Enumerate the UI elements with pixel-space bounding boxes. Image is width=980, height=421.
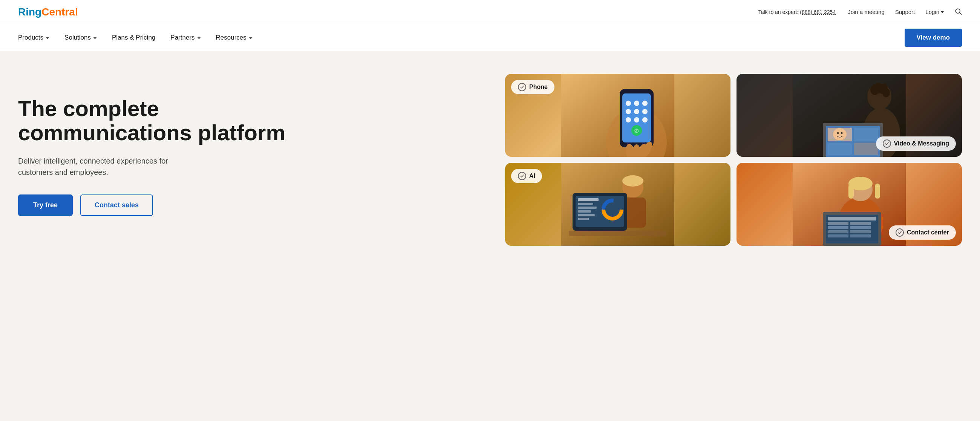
try-free-button[interactable]: Try free — [18, 194, 73, 216]
join-meeting-link[interactable]: Join a meeting — [848, 9, 885, 15]
svg-rect-52 — [569, 231, 667, 236]
ai-card-label: AI — [511, 169, 542, 183]
svg-rect-67 — [850, 230, 871, 233]
svg-point-12 — [642, 109, 648, 114]
phone-link[interactable]: (888) 681 2254 — [800, 9, 836, 15]
partners-chevron-icon — [197, 37, 201, 39]
svg-point-9 — [642, 101, 648, 106]
nav-solutions[interactable]: Solutions — [64, 34, 97, 41]
video-card-label: Video & Messaging — [876, 137, 956, 151]
hero-section: The complete communications platform Del… — [0, 51, 980, 308]
svg-rect-48 — [578, 214, 595, 216]
svg-point-11 — [634, 109, 639, 114]
nav-bar: Products Solutions Plans & Pricing Partn… — [0, 24, 980, 51]
hero-left: The complete communications platform Del… — [18, 74, 490, 216]
contact-check-icon — [896, 229, 904, 237]
svg-rect-65 — [850, 226, 871, 229]
svg-rect-33 — [828, 143, 852, 155]
login-link[interactable]: Login — [925, 9, 944, 15]
hero-right: ✆ Phone — [490, 74, 962, 246]
phone-card-label: Phone — [511, 80, 554, 94]
card-video: Video & Messaging — [737, 74, 962, 157]
svg-rect-57 — [848, 184, 854, 199]
svg-rect-66 — [828, 230, 848, 233]
svg-rect-44 — [578, 198, 598, 201]
svg-point-14 — [634, 117, 639, 122]
support-link[interactable]: Support — [895, 9, 915, 15]
svg-rect-61 — [828, 217, 877, 221]
card-contact: Contact center — [737, 163, 962, 246]
nav-left: Products Solutions Plans & Pricing Partn… — [18, 34, 253, 41]
svg-rect-47 — [578, 210, 591, 213]
top-right: Talk to an expert: (888) 681 2254 Join a… — [758, 8, 962, 17]
svg-rect-34 — [854, 143, 878, 155]
svg-point-35 — [833, 128, 846, 140]
top-links: Join a meeting Support Login — [848, 8, 962, 17]
hero-subtitle: Deliver intelligent, connected experienc… — [18, 155, 199, 178]
search-icon[interactable] — [955, 8, 962, 17]
svg-point-36 — [837, 132, 839, 134]
nav-products[interactable]: Products — [18, 34, 49, 41]
svg-text:✆: ✆ — [634, 128, 639, 134]
svg-rect-63 — [850, 222, 871, 225]
svg-rect-62 — [828, 222, 848, 225]
card-ai: AI — [505, 163, 730, 246]
logo-ring: Ring — [18, 6, 41, 18]
login-chevron-icon — [941, 11, 944, 13]
svg-line-1 — [959, 13, 961, 14]
svg-rect-68 — [828, 234, 848, 237]
nav-plans-pricing[interactable]: Plans & Pricing — [112, 34, 155, 41]
svg-point-27 — [882, 88, 890, 97]
svg-rect-46 — [578, 207, 597, 209]
svg-point-37 — [841, 132, 843, 134]
svg-rect-49 — [578, 218, 589, 220]
products-chevron-icon — [46, 37, 49, 39]
logo-central: Central — [41, 6, 78, 18]
contact-sales-button[interactable]: Contact sales — [80, 194, 153, 216]
svg-rect-32 — [854, 128, 878, 141]
video-check-icon — [883, 140, 891, 148]
hero-buttons: Try free Contact sales — [18, 194, 490, 216]
svg-point-13 — [626, 117, 631, 122]
solutions-chevron-icon — [93, 37, 97, 39]
logo[interactable]: RingCentral — [18, 6, 78, 18]
phone-check-icon — [518, 83, 526, 91]
resources-chevron-icon — [249, 37, 253, 39]
card-phone: ✆ Phone — [505, 74, 730, 157]
svg-rect-69 — [850, 234, 871, 237]
svg-point-15 — [642, 117, 648, 122]
svg-rect-64 — [828, 226, 848, 229]
hero-title: The complete communications platform — [18, 97, 490, 145]
contact-card-label: Contact center — [889, 226, 956, 240]
nav-resources[interactable]: Resources — [216, 34, 253, 41]
svg-point-8 — [634, 101, 639, 106]
top-bar: RingCentral Talk to an expert: (888) 681… — [0, 0, 980, 24]
svg-point-10 — [626, 109, 631, 114]
svg-rect-58 — [875, 184, 880, 199]
nav-partners[interactable]: Partners — [170, 34, 200, 41]
view-demo-button[interactable]: View demo — [905, 29, 962, 47]
phone-number: Talk to an expert: (888) 681 2254 — [758, 9, 836, 15]
svg-point-40 — [622, 175, 643, 187]
svg-point-7 — [626, 101, 631, 106]
svg-rect-45 — [578, 203, 593, 205]
ai-check-icon — [518, 172, 526, 180]
